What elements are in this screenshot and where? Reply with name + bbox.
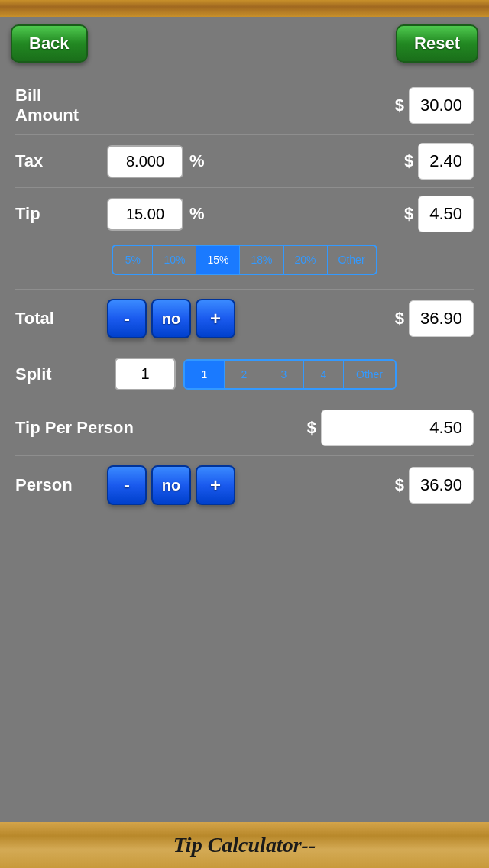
person-value: 36.90 <box>409 467 474 504</box>
split-btn-2[interactable]: 2 <box>225 361 264 388</box>
divider-1 <box>15 134 474 135</box>
split-btn-other[interactable]: Other <box>344 361 395 388</box>
tip-percent-sign: % <box>189 204 205 224</box>
split-btn-3[interactable]: 3 <box>264 361 304 388</box>
tip-btn-10[interactable]: 10% <box>153 246 196 274</box>
divider-6 <box>15 455 474 456</box>
total-dollar: $ <box>395 309 404 329</box>
split-value-input[interactable] <box>115 358 176 390</box>
tax-percent-sign: % <box>189 151 205 171</box>
tip-per-person-label: Tip Per Person <box>15 418 307 438</box>
tax-value: 2.40 <box>418 143 474 180</box>
tip-btn-18[interactable]: 18% <box>240 246 283 274</box>
tax-dollar: $ <box>404 151 413 171</box>
split-btn-group: 1 2 3 4 Other <box>183 359 397 390</box>
tip-btn-5[interactable]: 5% <box>113 246 153 274</box>
tip-label: Tip <box>15 204 107 224</box>
split-btn-4[interactable]: 4 <box>304 361 344 388</box>
total-value: 36.90 <box>409 300 474 337</box>
app-title: Tip Calculator-- <box>173 833 316 857</box>
header: Back Reset <box>0 17 489 70</box>
tip-row: Tip % $ 4.50 <box>15 189 474 238</box>
tax-label: Tax <box>15 151 107 171</box>
top-bar <box>0 0 489 17</box>
person-no-button[interactable]: no <box>151 465 191 505</box>
bill-dollar: $ <box>395 96 404 115</box>
tip-btn-other[interactable]: Other <box>328 246 376 274</box>
tip-dollar: $ <box>404 204 413 224</box>
tip-btn-20[interactable]: 20% <box>284 246 328 274</box>
person-minus-button[interactable]: - <box>107 465 147 505</box>
tpp-dollar: $ <box>307 418 316 438</box>
main-content: Bill Amount $ 30.00 Tax % $ 2.40 Tip % $… <box>0 70 489 822</box>
divider-4 <box>15 348 474 348</box>
split-label: Split <box>15 364 107 384</box>
person-dollar: $ <box>395 475 404 495</box>
back-button[interactable]: Back <box>11 24 88 63</box>
total-minus-button[interactable]: - <box>107 299 147 338</box>
tip-per-person-value: 4.50 <box>321 410 474 446</box>
bottom-bar: Tip Calculator-- <box>0 822 489 868</box>
tip-btn-group: 5% 10% 15% 18% 20% Other <box>112 245 377 275</box>
person-row: Person - no + $ 36.90 <box>15 458 474 513</box>
bill-row: Bill Amount $ 30.00 <box>15 78 474 133</box>
tax-percent-input[interactable] <box>107 145 183 178</box>
divider-2 <box>15 187 474 188</box>
divider-5 <box>15 400 474 400</box>
bill-value[interactable]: 30.00 <box>409 87 474 124</box>
tip-per-person-row: Tip Per Person $ 4.50 <box>15 402 474 454</box>
total-no-button[interactable]: no <box>151 299 191 338</box>
total-plus-button[interactable]: + <box>196 299 235 338</box>
divider-3 <box>15 289 474 290</box>
total-label: Total <box>15 309 107 329</box>
tip-percent-input[interactable] <box>107 198 183 231</box>
tip-btn-15[interactable]: 15% <box>196 246 240 274</box>
split-row: Split 1 2 3 4 Other <box>15 350 474 398</box>
tip-value: 4.50 <box>418 196 474 232</box>
total-row: Total - no + $ 36.90 <box>15 291 474 346</box>
tip-buttons-row: 5% 10% 15% 18% 20% Other <box>15 238 474 287</box>
bill-label: Bill Amount <box>15 86 107 125</box>
split-btn-1[interactable]: 1 <box>185 361 225 388</box>
person-label: Person <box>15 475 107 495</box>
reset-button[interactable]: Reset <box>396 24 478 63</box>
person-plus-button[interactable]: + <box>196 465 235 505</box>
tax-row: Tax % $ 2.40 <box>15 137 474 186</box>
